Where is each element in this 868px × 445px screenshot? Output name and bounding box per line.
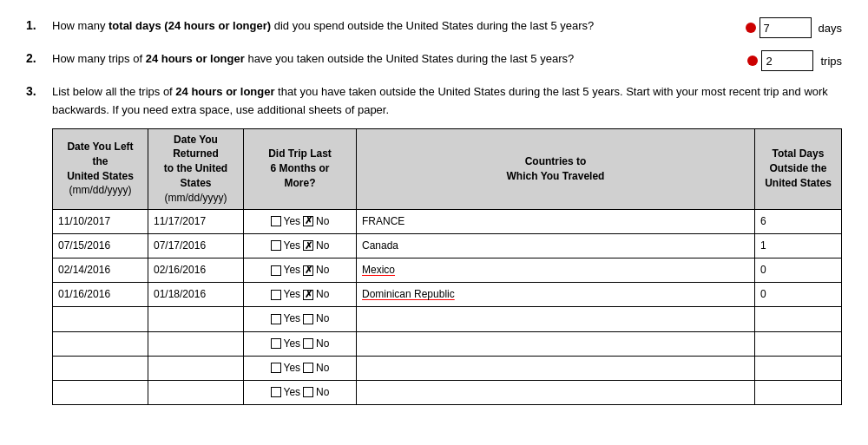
q2-answer-input[interactable] [761,50,813,71]
cell-trip-last-1: Yes✗No [244,233,357,258]
q3-text-pre: List below all the trips of [52,85,175,98]
label-no-4: No [316,311,329,327]
q2-text: How many trips of 24 hours or longer hav… [52,50,742,68]
checkbox-yes-1[interactable] [271,240,281,251]
label-no-0: No [316,213,329,230]
q2-text-bold: 24 hours or longer [146,52,245,65]
cell-date-left-1: 07/15/2016 [53,233,148,258]
cell-date-left-2: 02/14/2016 [53,258,148,282]
q2-text-post: have you taken outside the United States… [245,52,574,65]
checkbox-no-7[interactable] [303,387,313,397]
cell-trip-last-5: YesNo [244,331,357,356]
label-no-5: No [316,336,329,352]
checkbox-no-3[interactable]: ✗ [303,290,313,300]
label-no-3: No [316,286,329,303]
table-row: YesNo [53,356,842,380]
checkbox-no-6[interactable] [303,363,313,373]
label-yes-3: Yes [284,286,301,303]
checkbox-no-0[interactable]: ✗ [303,216,313,226]
q1-number: 1. [26,17,52,32]
cell-trip-last-7: YesNo [244,380,357,404]
label-yes-6: Yes [284,360,301,376]
col-header-trip-last: Did Trip Last6 Months orMore? [244,128,357,209]
checkbox-no-2[interactable]: ✗ [303,265,313,276]
checkbox-no-1[interactable]: ✗ [303,240,313,251]
q2-text-pre: How many trips of [52,52,146,65]
q1-text-post: did you spend outside the United States … [271,19,594,32]
q2-red-dot [747,56,758,66]
cell-date-returned-0: 11/17/2017 [148,209,244,233]
table-row: YesNo [53,307,842,331]
table-row: 01/16/201601/18/2016Yes✗NoDominican Repu… [53,283,842,307]
q1-answer-input[interactable] [760,17,812,38]
cell-date-left-6 [53,356,148,380]
checkbox-yes-3[interactable] [271,290,281,300]
col-header-total-days: Total DaysOutside theUnited States [755,128,842,209]
checkbox-yes-5[interactable] [271,338,281,349]
checkbox-yes-7[interactable] [271,387,281,397]
cell-country-7 [357,380,755,404]
question-2: 2. How many trips of 24 hours or longer … [26,50,842,71]
q3-text-bold: 24 hours or longer [175,85,274,98]
cell-trip-last-6: YesNo [244,356,357,380]
cell-date-left-4 [53,307,148,331]
cell-days-0: 6 [755,209,842,233]
q1-text-bold: total days (24 hours or longer) [108,19,271,32]
checkbox-no-5[interactable] [303,338,313,349]
label-yes-0: Yes [284,213,301,230]
label-yes-4: Yes [284,311,301,327]
q1-text: How many total days (24 hours or longer)… [52,17,740,35]
cell-days-6 [755,356,842,380]
table-row: 11/10/201711/17/2017Yes✗NoFRANCE6 [53,209,842,233]
cell-trip-last-4: YesNo [244,307,357,331]
cell-date-left-3: 01/16/2016 [53,283,148,307]
table-row: 02/14/201602/16/2016Yes✗NoMexico0 [53,258,842,282]
cell-date-left-5 [53,331,148,356]
label-no-7: No [316,384,329,401]
q1-text-pre: How many [52,19,108,32]
label-yes-1: Yes [284,238,301,254]
col-header-date-returned: Date You Returnedto the United States(mm… [148,128,244,209]
cell-country-0: FRANCE [357,209,755,233]
label-yes-2: Yes [284,262,301,278]
cell-date-returned-5 [148,331,244,356]
cell-date-returned-6 [148,356,244,380]
cell-country-6 [357,356,755,380]
label-yes-7: Yes [284,384,301,401]
cell-days-7 [755,380,842,404]
checkbox-yes-4[interactable] [271,314,281,324]
cell-days-4 [755,307,842,331]
cell-date-left-7 [53,380,148,404]
cell-days-1: 1 [755,233,842,258]
col-header-countries: Countries toWhich You Traveled [357,128,755,209]
cell-days-5 [755,331,842,356]
q2-number: 2. [26,50,52,65]
checkbox-yes-0[interactable] [271,216,281,226]
label-no-1: No [316,238,329,254]
table-row: YesNo [53,380,842,404]
cell-country-2: Mexico [357,258,755,282]
q3-text: List below all the trips of 24 hours or … [52,83,842,405]
cell-country-5 [357,331,755,356]
q3-number: 3. [26,83,52,98]
cell-date-returned-7 [148,380,244,404]
cell-country-3: Dominican Republic [357,283,755,307]
cell-country-1: Canada [357,233,755,258]
table-row: 07/15/201607/17/2016Yes✗NoCanada1 [53,233,842,258]
cell-date-left-0: 11/10/2017 [53,209,148,233]
label-no-2: No [316,262,329,278]
cell-country-4 [357,307,755,331]
checkbox-yes-6[interactable] [271,363,281,373]
cell-date-returned-4 [148,307,244,331]
label-no-6: No [316,360,329,376]
cell-days-2: 0 [755,258,842,282]
checkbox-no-4[interactable] [303,314,313,324]
cell-trip-last-3: Yes✗No [244,283,357,307]
cell-trip-last-0: Yes✗No [244,209,357,233]
checkbox-yes-2[interactable] [271,265,281,276]
col-header-date-left: Date You Left theUnited States(mm/dd/yyy… [53,128,148,209]
question-3: 3. List below all the trips of 24 hours … [26,83,842,405]
cell-date-returned-2: 02/16/2016 [148,258,244,282]
trips-table: Date You Left theUnited States(mm/dd/yyy… [52,128,842,405]
question-1: 1. How many total days (24 hours or long… [26,17,842,38]
